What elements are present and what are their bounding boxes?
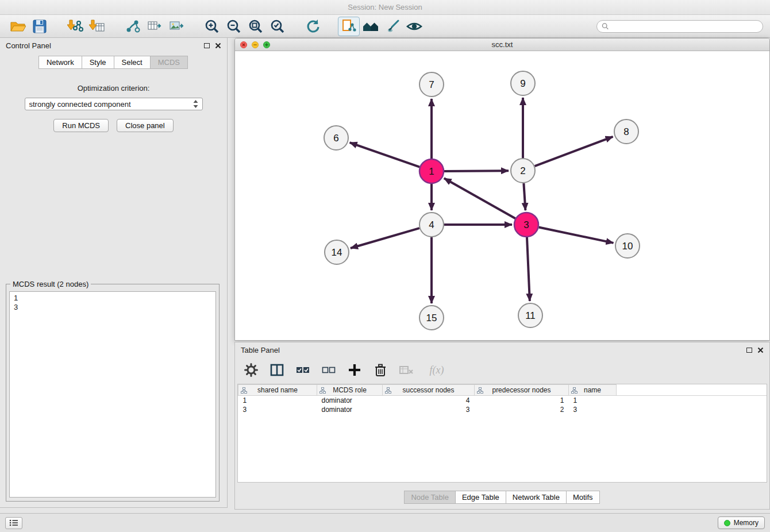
show-columns-button[interactable]: [269, 362, 285, 378]
table-row-2[interactable]: 3dominator323: [238, 405, 767, 414]
mcds-result-list[interactable]: 13: [9, 291, 216, 498]
delete-row-button[interactable]: [372, 362, 388, 378]
zoom-fit-button[interactable]: [245, 17, 267, 36]
graph-node-4[interactable]: 4: [419, 213, 444, 237]
graph-node-label: 8: [623, 126, 629, 137]
control-panel-tab-select[interactable]: Select: [114, 56, 151, 69]
close-window-icon[interactable]: [240, 41, 247, 48]
graph-edge-2-3[interactable]: [523, 183, 525, 210]
mcds-result-value: 3: [14, 303, 211, 312]
home-icon: [362, 19, 379, 34]
cell-name[interactable]: 3: [569, 405, 617, 414]
home-button[interactable]: [360, 17, 382, 36]
export-network-icon: [125, 18, 141, 34]
table-panel-tab-edge-table[interactable]: Edge Table: [455, 491, 506, 504]
graph-edge-3-10[interactable]: [539, 228, 614, 243]
maximize-window-icon[interactable]: [263, 41, 270, 48]
graph-node-14[interactable]: 14: [325, 240, 349, 264]
search-field[interactable]: [596, 20, 763, 33]
export-image-icon: [168, 18, 184, 34]
graph-node-9[interactable]: 9: [511, 71, 535, 95]
graph-edge-4-14[interactable]: [351, 228, 419, 248]
open-session-button[interactable]: [7, 17, 29, 36]
cell-predecessor-nodes[interactable]: 1: [475, 396, 569, 406]
deselect-all-button[interactable]: [321, 362, 337, 378]
add-row-button[interactable]: [346, 362, 363, 378]
export-network-button[interactable]: [122, 17, 144, 36]
import-table-icon: [89, 18, 105, 34]
cell-successor-nodes[interactable]: 4: [383, 396, 475, 406]
network-canvas[interactable]: 1234678910111415: [235, 51, 769, 340]
dropdown-arrows-icon: [193, 100, 198, 108]
apply-style-button[interactable]: [382, 17, 403, 36]
run-mcds-button[interactable]: Run MCDS: [53, 119, 109, 132]
column-header-predecessor-nodes[interactable]: predecessor nodes: [475, 385, 569, 396]
column-header-successor-nodes[interactable]: successor nodes: [383, 385, 475, 396]
table-panel-header: Table Panel: [235, 342, 769, 357]
graph-edge-1-6[interactable]: [350, 142, 420, 167]
graph-edge-3-1[interactable]: [444, 178, 515, 218]
graph-edge-2-8[interactable]: [535, 137, 613, 166]
cell-shared-name[interactable]: 1: [238, 396, 317, 406]
minimize-window-icon[interactable]: [252, 41, 259, 48]
float-panel-icon[interactable]: [204, 43, 210, 48]
column-header-shared-name[interactable]: shared name: [238, 385, 317, 396]
function-icon: f(x): [430, 364, 444, 376]
table-panel-tab-motifs[interactable]: Motifs: [566, 491, 600, 504]
column-header-MCDS-role[interactable]: MCDS role: [317, 385, 383, 396]
criterion-dropdown[interactable]: strongly connected component: [25, 98, 203, 110]
save-session-button[interactable]: [29, 17, 51, 36]
graph-node-8[interactable]: 8: [614, 119, 638, 144]
control-panel-tab-style[interactable]: Style: [82, 56, 114, 69]
select-all-button[interactable]: [295, 362, 311, 378]
import-network-button[interactable]: [64, 17, 86, 36]
import-table-button[interactable]: [86, 17, 108, 36]
cell-predecessor-nodes[interactable]: 2: [475, 405, 569, 414]
close-panel-button[interactable]: Close panel: [117, 119, 174, 132]
graph-node-1[interactable]: 1: [419, 159, 444, 183]
export-image-button[interactable]: [165, 17, 187, 36]
sort-icon: [241, 387, 247, 394]
network-graph[interactable]: 1234678910111415: [235, 51, 769, 340]
control-panel-tab-network[interactable]: Network: [38, 56, 82, 69]
show-graphics-details-button[interactable]: [403, 17, 425, 36]
control-panel-tab-mcds[interactable]: MCDS: [150, 56, 188, 69]
column-header-name[interactable]: name: [569, 385, 617, 396]
graph-node-7[interactable]: 7: [419, 72, 444, 97]
graph-node-6[interactable]: 6: [324, 126, 348, 150]
cell-MCDS-role[interactable]: dominator: [317, 405, 383, 414]
memory-button[interactable]: Memory: [718, 516, 765, 529]
network-window-titlebar[interactable]: scc.txt: [235, 38, 769, 51]
control-panel-header: Control Panel: [0, 38, 227, 53]
graph-node-2[interactable]: 2: [511, 159, 535, 183]
duplicate-network-button[interactable]: [338, 17, 360, 36]
graph-node-10[interactable]: 10: [615, 234, 640, 258]
cell-MCDS-role[interactable]: dominator: [317, 396, 383, 406]
close-table-panel-icon[interactable]: [757, 347, 764, 353]
export-table-button[interactable]: [144, 17, 165, 36]
refresh-view-button[interactable]: [302, 17, 324, 36]
graph-node-11[interactable]: 11: [518, 303, 542, 327]
graph-edge-3-11[interactable]: [527, 237, 530, 301]
criterion-selected-value: strongly connected component: [29, 100, 131, 109]
cell-successor-nodes[interactable]: 3: [383, 405, 475, 414]
graph-node-3[interactable]: 3: [514, 213, 538, 237]
float-table-panel-icon[interactable]: [746, 348, 752, 353]
delete-table-button[interactable]: [398, 362, 414, 378]
table-settings-button[interactable]: [243, 362, 259, 378]
zoom-out-button[interactable]: [223, 17, 245, 36]
table-panel-tab-network-table[interactable]: Network Table: [506, 491, 567, 504]
cell-shared-name[interactable]: 3: [238, 405, 317, 414]
zoom-in-button[interactable]: [201, 17, 223, 36]
graph-node-15[interactable]: 15: [419, 306, 444, 330]
close-panel-icon[interactable]: [215, 43, 221, 49]
table-panel-tab-node-table[interactable]: Node Table: [404, 491, 456, 504]
graph-node-label: 7: [429, 79, 434, 90]
graph-edge-1-2[interactable]: [444, 171, 509, 171]
task-history-button[interactable]: [5, 517, 22, 529]
search-input[interactable]: [611, 22, 758, 30]
table-row-1[interactable]: 1dominator411: [238, 396, 767, 406]
zoom-selected-button[interactable]: [267, 17, 288, 36]
cell-name[interactable]: 1: [569, 396, 617, 406]
apply-function-button[interactable]: f(x): [424, 362, 449, 378]
